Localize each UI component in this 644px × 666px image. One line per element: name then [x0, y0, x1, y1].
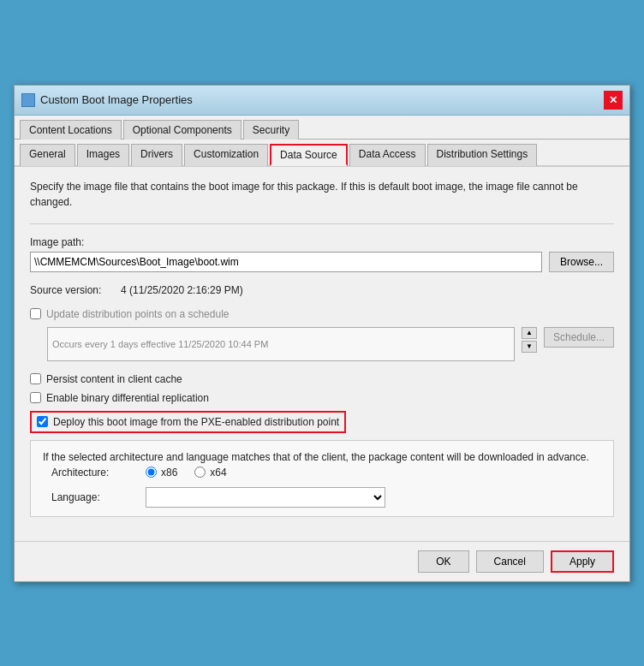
source-version-row: Source version: 4 (11/25/2020 2:16:29 PM… — [30, 284, 614, 296]
schedule-button[interactable]: Schedule... — [544, 327, 614, 348]
language-select[interactable] — [146, 487, 385, 508]
tab-content-locations[interactable]: Content Locations — [20, 120, 122, 140]
divider-1 — [30, 223, 614, 224]
tab-customization[interactable]: Customization — [184, 144, 268, 166]
schedule-area: Occurs every 1 days effective 11/25/2020… — [47, 327, 614, 361]
update-schedule-row: Update distribution points on a schedule — [30, 308, 614, 320]
main-window: Custom Boot Image Properties ✕ Content L… — [14, 85, 630, 582]
pxe-label: Deploy this boot image from the PXE-enab… — [53, 416, 339, 428]
source-version-value: 4 (11/25/2020 2:16:29 PM) — [121, 284, 243, 296]
cancel-button[interactable]: Cancel — [476, 550, 544, 573]
pxe-info-box: If the selected architecture and languag… — [30, 440, 614, 517]
tab-distribution-settings[interactable]: Distribution Settings — [427, 144, 538, 166]
image-path-row: Browse... — [30, 252, 614, 272]
binary-diff-checkbox[interactable] — [30, 392, 41, 403]
tab-security[interactable]: Security — [243, 120, 299, 140]
pxe-info-text: If the selected architecture and languag… — [43, 451, 589, 463]
tab-data-access[interactable]: Data Access — [349, 144, 426, 166]
pxe-checkbox[interactable] — [37, 416, 48, 427]
persist-cache-label: Persist content in client cache — [46, 373, 182, 385]
source-version-label: Source version: — [30, 284, 116, 296]
arch-x64-label: x64 — [210, 465, 226, 480]
window-title: Custom Boot Image Properties — [40, 93, 193, 106]
persist-cache-row: Persist content in client cache — [30, 373, 614, 385]
close-button[interactable]: ✕ — [604, 91, 623, 110]
tab-optional-components[interactable]: Optional Components — [123, 120, 242, 140]
tab-row-2: General Images Drivers Customization Dat… — [15, 140, 629, 167]
image-path-input[interactable] — [30, 252, 542, 272]
ok-button[interactable]: OK — [418, 550, 468, 573]
tab-row-1: Content Locations Optional Components Se… — [15, 116, 629, 140]
arch-x64-radio[interactable] — [194, 467, 206, 478]
architecture-row: Architecture: x86 x64 — [51, 465, 601, 480]
update-schedule-checkbox[interactable] — [30, 308, 41, 319]
info-description: Specify the image file that contains the… — [30, 179, 614, 210]
window-icon — [21, 93, 35, 107]
pxe-highlight-box: Deploy this boot image from the PXE-enab… — [30, 411, 346, 433]
binary-diff-row: Enable binary differential replication — [30, 392, 614, 404]
update-schedule-label: Update distribution points on a schedule — [46, 308, 229, 320]
binary-diff-label: Enable binary differential replication — [46, 392, 209, 404]
arch-x86-radio[interactable] — [146, 467, 157, 478]
main-content: Specify the image file that contains the… — [15, 167, 629, 541]
image-path-group: Image path: Browse... — [30, 236, 614, 272]
tab-drivers[interactable]: Drivers — [131, 144, 182, 166]
footer: OK Cancel Apply — [15, 541, 629, 581]
browse-button[interactable]: Browse... — [549, 252, 614, 272]
schedule-arrows: ▲ ▼ — [522, 327, 537, 353]
persist-cache-checkbox[interactable] — [30, 373, 41, 384]
arch-x64-option[interactable]: x64 — [194, 465, 226, 480]
schedule-text: Occurs every 1 days effective 11/25/2020… — [47, 327, 515, 361]
architecture-label: Architecture: — [51, 465, 128, 480]
title-bar-left: Custom Boot Image Properties — [21, 93, 193, 107]
tab-data-source[interactable]: Data Source — [270, 144, 348, 166]
scroll-down-button[interactable]: ▼ — [522, 341, 537, 353]
title-bar: Custom Boot Image Properties ✕ — [15, 86, 629, 116]
arch-lang-section: Architecture: x86 x64 Language: — [43, 465, 601, 508]
scroll-up-button[interactable]: ▲ — [522, 327, 537, 339]
arch-x86-label: x86 — [161, 465, 177, 480]
language-row: Language: — [51, 487, 601, 508]
tab-images[interactable]: Images — [77, 144, 129, 166]
language-label: Language: — [51, 490, 128, 505]
tab-general[interactable]: General — [20, 144, 75, 166]
image-path-label: Image path: — [30, 236, 614, 248]
apply-button[interactable]: Apply — [551, 550, 614, 573]
arch-x86-option[interactable]: x86 — [146, 465, 177, 480]
